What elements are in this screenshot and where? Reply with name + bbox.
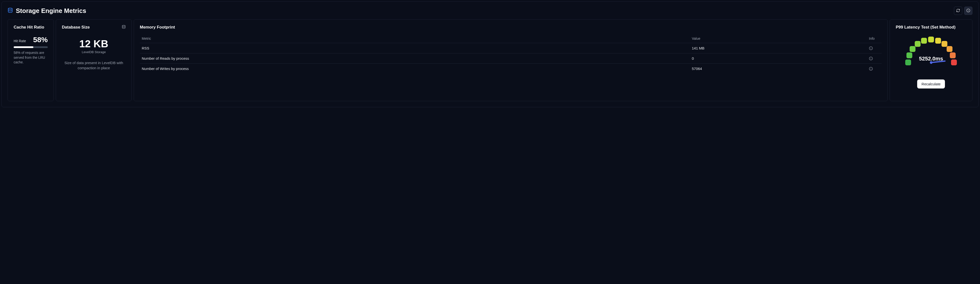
gauge-segment <box>915 41 921 47</box>
hit-rate-label: Hit Rate <box>14 39 26 43</box>
memory-footprint-card: Memory Footprint Metric Value Info RSS14… <box>134 19 888 101</box>
gauge-segment <box>942 41 947 47</box>
gauge-segment <box>910 46 915 52</box>
database-icon <box>8 8 13 14</box>
value-cell: 0 <box>690 53 867 64</box>
info-icon <box>966 8 970 13</box>
metric-cell: RSS <box>140 43 690 53</box>
table-row: Number of Reads by process0 <box>140 53 881 64</box>
table-header: Value <box>690 34 867 43</box>
value-cell: 57064 <box>690 64 867 74</box>
gauge-segment <box>947 46 953 52</box>
info-icon <box>869 67 880 71</box>
cache-hit-card: Cache Hit Ratio Hit Rate 58% 58% of requ… <box>8 19 54 101</box>
gauge-segment <box>921 38 927 44</box>
info-cell[interactable] <box>867 53 881 64</box>
svg-point-0 <box>8 8 13 10</box>
memory-table: Metric Value Info RSS141 MBNumber of Rea… <box>140 34 881 73</box>
hit-rate-description: 58% of requests are served from the LRU … <box>14 51 48 65</box>
gauge-segment <box>935 38 941 44</box>
info-icon <box>869 57 880 61</box>
database-size-subtitle: LevelDB Storage <box>62 50 126 54</box>
hit-rate-progress-fill <box>14 46 33 48</box>
refresh-icon <box>956 8 960 13</box>
info-cell[interactable] <box>867 43 881 53</box>
latency-gauge: 5252.0ms <box>905 37 957 66</box>
svg-point-4 <box>122 25 125 26</box>
table-header: Metric <box>140 34 690 43</box>
info-button[interactable] <box>964 6 972 15</box>
hit-rate-value: 58% <box>33 35 48 44</box>
metric-cell: Number of Reads by process <box>140 53 690 64</box>
info-cell[interactable] <box>867 64 881 74</box>
info-icon <box>869 46 880 50</box>
card-title: Memory Footprint <box>140 25 881 30</box>
database-icon <box>122 25 126 30</box>
database-size-value: 12 KB <box>62 38 126 50</box>
page-title: Storage Engine Metrics <box>16 7 86 14</box>
table-row: RSS141 MB <box>140 43 881 53</box>
table-header: Info <box>867 34 881 43</box>
metric-cell: Number of Writes by process <box>140 64 690 74</box>
gauge-segment <box>928 37 934 42</box>
recalculate-button[interactable]: Recalculate <box>917 80 945 88</box>
card-title: Cache Hit Ratio <box>14 25 48 30</box>
storage-metrics-panel: Storage Engine Metrics <box>2 2 978 107</box>
value-cell: 141 MB <box>690 43 867 53</box>
hit-rate-progress <box>14 46 48 48</box>
card-title: Database Size <box>62 25 90 30</box>
latency-card: P99 Latency Test (Set Method) 5252.0ms R… <box>890 19 972 101</box>
refresh-button[interactable] <box>954 6 962 15</box>
panel-header: Storage Engine Metrics <box>8 6 972 15</box>
database-size-description: Size of data present in LevelDB with com… <box>62 60 126 70</box>
table-row: Number of Writes by process57064 <box>140 64 881 74</box>
database-size-card: Database Size 12 KB LevelDB Storage Size… <box>56 19 132 101</box>
card-title: P99 Latency Test (Set Method) <box>896 25 966 30</box>
